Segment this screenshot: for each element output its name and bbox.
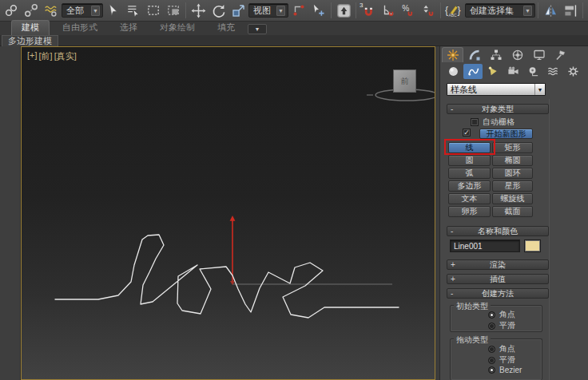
command-panel-tabs [442, 47, 571, 62]
radio-selected-icon[interactable] [488, 366, 495, 374]
select-and-link-icon[interactable] [2, 2, 21, 19]
angle-snap-toggle-icon[interactable] [379, 2, 398, 19]
rollout-object-type[interactable]: - 对象类型 [447, 104, 549, 114]
abc-glyph: ABC [448, 14, 457, 18]
ribbon-tab-populate[interactable]: 填充 [208, 21, 244, 35]
tab-display[interactable] [528, 47, 550, 62]
button-circle[interactable]: 圆 [448, 155, 491, 166]
button-text[interactable]: 文本 [448, 193, 491, 204]
button-ngon[interactable]: 多边形 [448, 180, 491, 192]
category-cameras[interactable] [503, 64, 522, 79]
ribbon-tab-modeling[interactable]: 建模 [11, 20, 50, 35]
radio-selected-icon[interactable] [488, 311, 495, 319]
initial-type-label: 初始类型 [454, 301, 491, 312]
button-helix[interactable]: 螺旋线 [492, 193, 533, 204]
spinner-snap-toggle-icon[interactable] [419, 2, 438, 19]
autogrid-checkbox[interactable] [471, 118, 479, 126]
radio-icon[interactable] [488, 323, 495, 330]
button-section[interactable]: 截面 [492, 206, 533, 217]
snaps-toggle-icon[interactable]: 3 [359, 2, 378, 19]
ribbon-tab-object-paint[interactable]: 对象绘制 [150, 21, 205, 35]
edit-named-selection-sets-icon[interactable]: {}ABC [443, 2, 464, 19]
rollout-interpolation[interactable]: + 插值 [447, 274, 549, 284]
select-object-icon[interactable] [104, 2, 123, 19]
drag-smooth-option[interactable]: 平滑 [488, 354, 515, 366]
radio-label: Bezier [499, 366, 522, 374]
select-and-manipulate-icon[interactable] [309, 2, 328, 19]
category-geometry[interactable] [443, 64, 463, 79]
radio-label: 角点 [499, 343, 515, 354]
category-shapes[interactable] [463, 64, 483, 79]
category-space-warps[interactable] [543, 64, 562, 79]
svg-text:}: } [457, 5, 460, 16]
front-viewport[interactable]: [+] [前] [真实] 前 [21, 46, 435, 380]
selection-filter-dropdown[interactable]: 全部 ▼ [62, 3, 103, 18]
viewport-menu-plus[interactable]: [+] [27, 50, 38, 62]
utilities-hammer-icon [554, 49, 567, 61]
tab-modify[interactable] [463, 47, 485, 62]
mirror-icon[interactable] [541, 2, 560, 19]
viewcube-face-label: 前 [401, 76, 409, 87]
radio-label: 平滑 [499, 320, 515, 331]
drag-bezier-option[interactable]: Bezier [488, 366, 522, 374]
align-icon[interactable] [561, 2, 580, 19]
toolbar-separator [582, 2, 583, 18]
button-line[interactable]: 线 [448, 142, 491, 153]
coord-system-value: 视图 [253, 5, 273, 17]
button-ellipse[interactable]: 椭圆 [492, 155, 533, 166]
ribbon-tab-freeform[interactable]: 自由形式 [53, 21, 107, 35]
select-and-scale-icon[interactable] [228, 2, 248, 19]
ribbon-tab-selection[interactable]: 选择 [110, 21, 147, 35]
tab-utilities[interactable] [550, 47, 571, 62]
object-color-swatch[interactable] [524, 239, 541, 252]
radio-icon[interactable] [488, 357, 495, 364]
ribbon-options-dropdown[interactable]: ▼ [248, 24, 267, 34]
drag-type-label: 拖动类型 [454, 334, 491, 346]
rectangular-selection-region-icon[interactable] [144, 2, 163, 19]
button-egg[interactable]: 卵形 [448, 206, 491, 217]
select-and-move-icon[interactable] [189, 2, 208, 19]
toolbar-separator [331, 2, 332, 18]
select-by-name-icon[interactable] [124, 2, 143, 19]
tab-create[interactable] [442, 47, 463, 62]
display-monitor-icon [533, 49, 546, 61]
category-helpers[interactable] [523, 64, 542, 79]
shapes-spline-icon [467, 65, 479, 77]
radio-icon[interactable] [488, 346, 495, 353]
initial-smooth-option[interactable]: 平滑 [488, 320, 515, 331]
select-and-rotate-icon[interactable] [209, 2, 228, 19]
love-spline[interactable] [55, 235, 399, 318]
helpers-tape-icon [527, 65, 539, 77]
unlink-selection-icon[interactable] [22, 2, 41, 19]
polygon-modeling-panel-tab[interactable]: 多边形建模 [2, 35, 58, 46]
object-name-input[interactable]: Line001 [450, 239, 520, 252]
rollout-rendering[interactable]: + 渲染 [447, 259, 549, 270]
named-selection-set-dropdown[interactable]: 创建选择集 ▼ [465, 3, 535, 18]
shape-category-dropdown[interactable]: 样条线 ▼ [447, 83, 546, 96]
start-new-shape-checkbox[interactable]: ✓ [463, 129, 471, 137]
category-lights[interactable] [483, 64, 503, 79]
keyboard-override-toggle-icon[interactable] [334, 2, 353, 19]
use-pivot-center-icon[interactable] [289, 2, 308, 19]
reference-coordinate-dropdown[interactable]: 视图 ▼ [248, 3, 288, 18]
radio-label: 角点 [499, 309, 515, 320]
application-window: 全部 ▼ 视图 ▼ [0, 0, 588, 380]
initial-corner-option[interactable]: 角点 [488, 309, 515, 320]
viewcube[interactable]: 前 [393, 69, 416, 93]
rollout-creation-method[interactable]: - 创建方法 [447, 288, 549, 299]
button-donut[interactable]: 圆环 [492, 168, 533, 179]
percent-snap-toggle-icon[interactable]: % [399, 2, 418, 19]
tab-hierarchy[interactable] [485, 47, 507, 62]
tab-motion[interactable] [507, 47, 528, 62]
button-rectangle[interactable]: 矩形 [492, 142, 533, 153]
category-systems[interactable] [563, 64, 582, 79]
bind-to-space-warp-icon[interactable] [42, 2, 61, 19]
button-arc[interactable]: 弧 [448, 168, 491, 179]
rollout-name-color[interactable]: - 名称和颜色 [447, 226, 549, 236]
start-new-shape-button[interactable]: 开始新图形 [479, 129, 533, 139]
viewport-view-menu[interactable]: [前] [39, 50, 53, 62]
button-star[interactable]: 星形 [492, 180, 533, 192]
drag-corner-option[interactable]: 角点 [488, 343, 515, 354]
window-crossing-toggle-icon[interactable] [164, 2, 183, 19]
viewport-shading-menu[interactable]: [真实] [54, 50, 77, 62]
